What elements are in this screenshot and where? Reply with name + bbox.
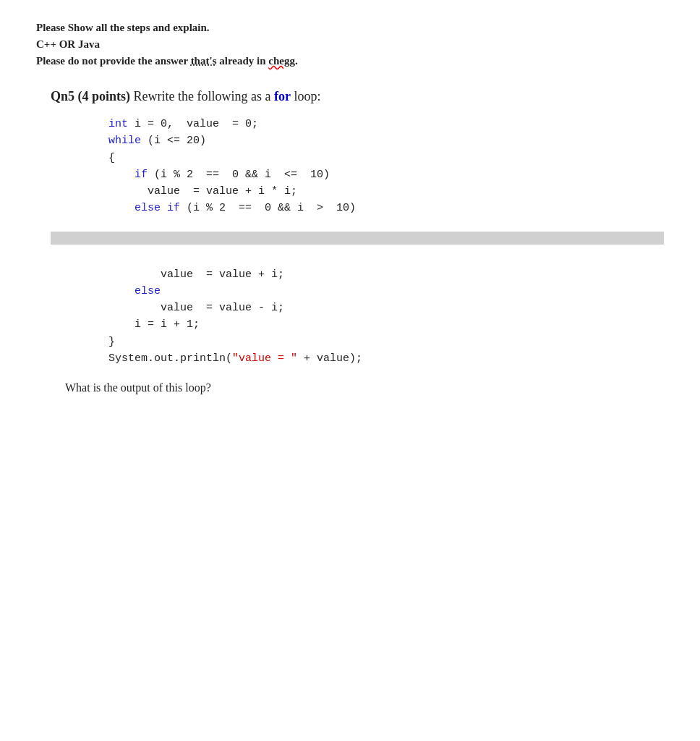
output-question: What is the output of this loop? xyxy=(51,381,664,394)
code-line-9: value = value - i; xyxy=(108,300,664,316)
question-desc1: Rewrite the following as a xyxy=(134,89,274,103)
question-block: Qn5 (4 points) Rewrite the following as … xyxy=(36,89,664,394)
instruction-line1: Please Show all the steps and explain. xyxy=(36,22,664,34)
code-line-3: { xyxy=(108,150,664,166)
code-line-8: else xyxy=(108,283,664,300)
instruction-line2: C++ OR Java xyxy=(36,38,664,51)
divider-bar xyxy=(51,232,664,245)
code-line-12: System.out.println("value = " + value); xyxy=(108,350,664,367)
code-line-1: int i = 0, value = 0; xyxy=(108,116,664,132)
code-line-11: } xyxy=(108,334,664,350)
code-line-6: else if (i % 2 == 0 && i > 10) xyxy=(108,200,664,216)
question-desc2: loop: xyxy=(294,89,320,103)
code-line-7: value = value + i; xyxy=(108,266,664,283)
for-keyword: for xyxy=(274,89,291,103)
instructions-block: Please Show all the steps and explain. C… xyxy=(36,22,664,67)
code-line-5: value = value + i * i; xyxy=(108,183,664,200)
code-block-lower: value = value + i; else value = value - … xyxy=(51,266,664,368)
question-label: Qn5 xyxy=(51,89,74,103)
instruction-line3: Please do not provide the answer that's … xyxy=(36,55,664,67)
question-title: Qn5 (4 points) Rewrite the following as … xyxy=(51,89,664,104)
code-block-upper: int i = 0, value = 0; while (i <= 20) { … xyxy=(51,116,664,217)
code-line-2: while (i <= 20) xyxy=(108,132,664,149)
code-line-10: i = i + 1; xyxy=(108,316,664,333)
code-line-4: if (i % 2 == 0 && i <= 10) xyxy=(108,166,664,183)
question-points: (4 points) xyxy=(78,89,131,103)
